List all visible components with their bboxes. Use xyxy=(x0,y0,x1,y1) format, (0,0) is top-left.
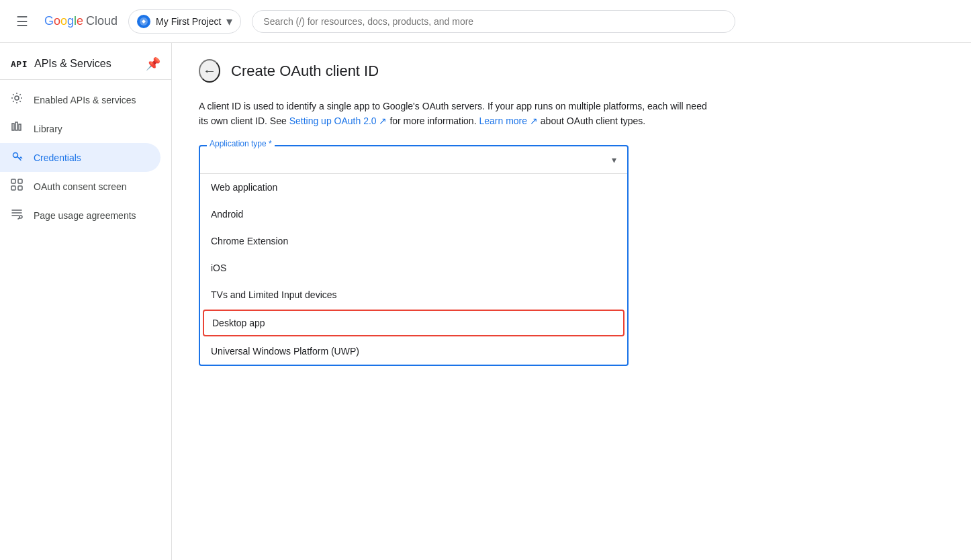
library-icon xyxy=(11,121,23,136)
sidebar-item-label-credentials: Credentials xyxy=(34,152,81,163)
svg-rect-9 xyxy=(18,186,22,190)
dropdown-item-chrome-extension[interactable]: Chrome Extension xyxy=(200,228,627,254)
app-type-label: Application type * xyxy=(207,139,275,148)
page-header: ← Create OAuth client ID xyxy=(199,59,944,83)
svg-rect-4 xyxy=(19,124,21,130)
main-layout: API APIs & Services 📌 Enabled APIs & ser… xyxy=(0,43,971,560)
sidebar-header: API APIs & Services 📌 xyxy=(0,48,171,80)
dropdown-menu: Web application Android Chrome Extension… xyxy=(200,174,627,365)
project-name: My First Project xyxy=(156,16,221,27)
logo-g2: g xyxy=(67,14,74,28)
sidebar-item-oauth-consent[interactable]: OAuth consent screen xyxy=(0,172,160,201)
sidebar-item-label-enabled-apis: Enabled APIs & services xyxy=(34,95,136,105)
svg-rect-7 xyxy=(18,179,22,183)
logo-g: G xyxy=(44,14,54,28)
google-cloud-logo: Google Cloud xyxy=(44,14,118,28)
sidebar-item-credentials[interactable]: Credentials xyxy=(0,143,160,172)
logo-e: e xyxy=(77,14,83,28)
content-area: ← Create OAuth client ID A client ID is … xyxy=(172,43,971,560)
dropdown-item-ios[interactable]: iOS xyxy=(200,254,627,281)
learn-more-link[interactable]: Learn more ↗ xyxy=(479,115,537,126)
description-part2: for more information. xyxy=(389,115,479,126)
svg-rect-2 xyxy=(12,124,14,130)
api-badge: API xyxy=(11,59,28,69)
chevron-down-icon: ▾ xyxy=(226,14,232,29)
project-selector[interactable]: My First Project ▾ xyxy=(128,9,241,34)
top-header: ☰ Google Cloud My First Project ▾ xyxy=(0,0,971,43)
project-icon xyxy=(137,15,150,28)
description-part3: about OAuth client types. xyxy=(541,115,645,126)
page-usage-icon xyxy=(11,207,23,223)
sidebar-item-page-usage[interactable]: Page usage agreements xyxy=(0,201,160,230)
svg-rect-6 xyxy=(11,179,15,183)
page-title: Create OAuth client ID xyxy=(231,62,379,80)
oauth-consent-icon xyxy=(11,179,23,194)
logo-cloud-text: Cloud xyxy=(86,14,118,28)
enabled-apis-icon xyxy=(11,92,23,107)
dropdown-item-uwp[interactable]: Universal Windows Platform (UWP) xyxy=(200,338,627,365)
dropdown-item-desktop-app[interactable]: Desktop app xyxy=(203,310,625,336)
select-placeholder[interactable]: ▾ xyxy=(200,146,627,174)
oauth-setup-link[interactable]: Setting up OAuth 2.0 ↗ xyxy=(289,115,387,126)
menu-icon[interactable]: ☰ xyxy=(11,8,34,35)
sidebar-item-label-library: Library xyxy=(34,124,62,134)
logo-o2: o xyxy=(60,14,67,28)
dropdown-item-tvs[interactable]: TVs and Limited Input devices xyxy=(200,281,627,308)
pin-icon[interactable]: 📌 xyxy=(146,56,160,71)
app-type-container: Application type * ▾ Web application And… xyxy=(199,145,629,366)
svg-point-1 xyxy=(15,96,19,100)
app-type-select-box[interactable]: ▾ Web application Android Chrome Extensi… xyxy=(199,145,629,366)
description-text: A client ID is used to identify a single… xyxy=(199,99,709,129)
sidebar-item-label-page-usage: Page usage agreements xyxy=(34,210,136,221)
sidebar-item-enabled-apis[interactable]: Enabled APIs & services xyxy=(0,85,160,114)
sidebar-item-library[interactable]: Library xyxy=(0,114,160,143)
select-chevron-icon: ▾ xyxy=(612,154,616,165)
sidebar-title: APIs & Services xyxy=(34,58,111,70)
credentials-icon xyxy=(11,150,23,165)
svg-rect-8 xyxy=(11,186,15,190)
dropdown-item-android[interactable]: Android xyxy=(200,201,627,228)
logo-o1: o xyxy=(54,14,60,28)
svg-rect-3 xyxy=(15,122,17,130)
sidebar-item-label-oauth-consent: OAuth consent screen xyxy=(34,181,127,192)
sidebar: API APIs & Services 📌 Enabled APIs & ser… xyxy=(0,43,172,560)
search-input[interactable] xyxy=(252,10,735,33)
dropdown-item-web-app[interactable]: Web application xyxy=(200,174,627,201)
back-button[interactable]: ← xyxy=(199,59,220,83)
